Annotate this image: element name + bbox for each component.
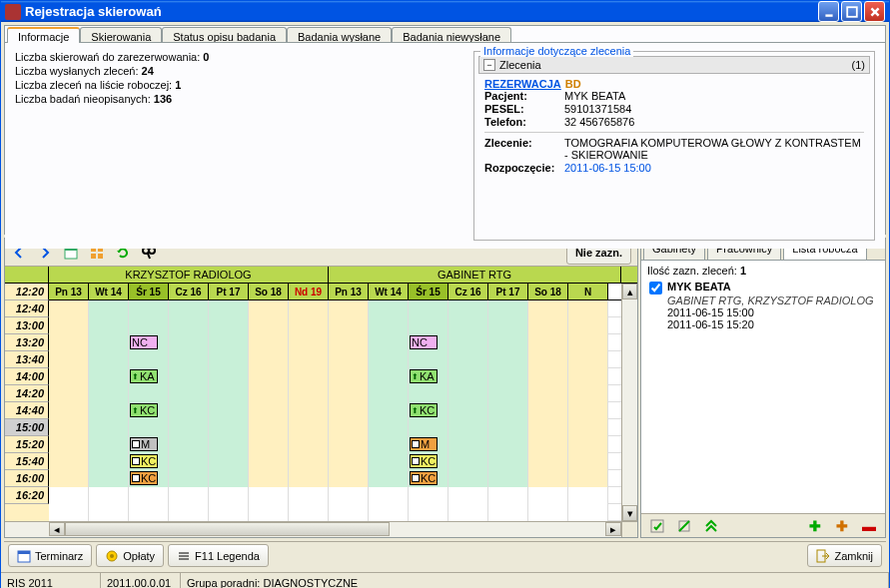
schedule-cell[interactable]: [369, 419, 409, 436]
schedule-cell[interactable]: [249, 419, 289, 436]
schedule-cell[interactable]: [129, 385, 169, 402]
schedule-cell[interactable]: [169, 334, 209, 351]
zlecenie-header[interactable]: − Zlecenia (1): [478, 56, 870, 74]
day-header[interactable]: Pn 13: [329, 284, 369, 299]
schedule-cell[interactable]: [488, 504, 528, 521]
day-header[interactable]: Cz 16: [169, 284, 209, 299]
schedule-cell[interactable]: [289, 368, 329, 385]
schedule-cell[interactable]: [249, 436, 289, 453]
schedule-cell[interactable]: ⬆KC: [409, 402, 448, 419]
schedule-cell[interactable]: [448, 334, 488, 351]
schedule-cell[interactable]: [329, 470, 369, 487]
schedule-cell[interactable]: [409, 385, 448, 402]
schedule-cell[interactable]: [488, 351, 528, 368]
day-header[interactable]: Pt 17: [209, 284, 249, 299]
day-header[interactable]: Śr 15: [409, 284, 448, 299]
schedule-cell[interactable]: KC: [129, 453, 169, 470]
schedule-cell[interactable]: [49, 368, 89, 385]
schedule-cell[interactable]: [289, 300, 329, 317]
schedule-cell[interactable]: [89, 419, 129, 436]
schedule-cell[interactable]: [488, 368, 528, 385]
schedule-cell[interactable]: [209, 504, 249, 521]
schedule-cell[interactable]: [169, 300, 209, 317]
schedule-cell[interactable]: [49, 351, 89, 368]
schedule-cell[interactable]: [568, 351, 608, 368]
schedule-cell[interactable]: [448, 385, 488, 402]
schedule-cell[interactable]: [369, 436, 409, 453]
schedule-cell[interactable]: [89, 317, 129, 334]
day-header[interactable]: Nd 19: [289, 284, 329, 299]
rezerwacja-link[interactable]: REZERWACJA: [484, 78, 561, 90]
schedule-cell[interactable]: [369, 487, 409, 504]
schedule-cell[interactable]: [528, 470, 568, 487]
schedule-cell[interactable]: [169, 385, 209, 402]
schedule-cell[interactable]: [409, 419, 448, 436]
schedule-cell[interactable]: NC: [409, 334, 448, 351]
schedule-cell[interactable]: [169, 351, 209, 368]
schedule-cell[interactable]: [448, 300, 488, 317]
schedule-cell[interactable]: [169, 317, 209, 334]
appointment[interactable]: ⬆KA: [410, 369, 438, 383]
scroll-up-button[interactable]: ▴: [622, 284, 637, 299]
schedule-cell[interactable]: [448, 368, 488, 385]
schedule-cell[interactable]: [89, 436, 129, 453]
tab-status-opisu[interactable]: Status opisu badania: [162, 27, 287, 43]
day-header[interactable]: Pn 13: [49, 284, 89, 299]
schedule-cell[interactable]: [89, 504, 129, 521]
schedule-cell[interactable]: [568, 385, 608, 402]
day-header[interactable]: Wt 14: [89, 284, 129, 299]
schedule-cell[interactable]: [289, 351, 329, 368]
schedule-cell[interactable]: [568, 436, 608, 453]
horizontal-scrollbar[interactable]: ◂ ▸: [5, 521, 637, 537]
schedule-cell[interactable]: [209, 436, 249, 453]
schedule-cell[interactable]: [488, 402, 528, 419]
schedule-cell[interactable]: [369, 351, 409, 368]
appointment[interactable]: KC: [410, 471, 438, 485]
appointment[interactable]: M: [410, 437, 438, 451]
collapse-icon[interactable]: −: [483, 59, 495, 71]
schedule-cell[interactable]: [329, 436, 369, 453]
schedule-cell[interactable]: [329, 402, 369, 419]
schedule-cell[interactable]: [528, 351, 568, 368]
remove-button[interactable]: ▬: [857, 514, 881, 538]
schedule-cell[interactable]: [289, 470, 329, 487]
scroll-right-button[interactable]: ▸: [605, 522, 621, 536]
schedule-cell[interactable]: [369, 334, 409, 351]
schedule-cell[interactable]: [89, 300, 129, 317]
schedule-cell[interactable]: [129, 351, 169, 368]
schedule-cell[interactable]: [209, 334, 249, 351]
schedule-cell[interactable]: ⬆KC: [129, 402, 169, 419]
schedule-cell[interactable]: [488, 385, 528, 402]
worklist-checkbox[interactable]: [649, 282, 662, 294]
schedule-cell[interactable]: [369, 504, 409, 521]
appointment[interactable]: ⬆KC: [130, 403, 158, 417]
schedule-cell[interactable]: [448, 504, 488, 521]
schedule-cell[interactable]: [448, 436, 488, 453]
schedule-cell[interactable]: NC: [129, 334, 169, 351]
schedule-cell[interactable]: [49, 385, 89, 402]
schedule-cell[interactable]: [329, 385, 369, 402]
schedule-cell[interactable]: [329, 453, 369, 470]
minimize-button[interactable]: [818, 1, 839, 22]
schedule-cell[interactable]: [369, 402, 409, 419]
schedule-cell[interactable]: [249, 317, 289, 334]
schedule-cell[interactable]: [249, 351, 289, 368]
schedule-cell[interactable]: [409, 487, 448, 504]
schedule-cell[interactable]: [409, 351, 448, 368]
schedule-cell[interactable]: [169, 504, 209, 521]
worklist-action3-button[interactable]: [699, 514, 723, 538]
schedule-cell[interactable]: [209, 317, 249, 334]
schedule-cell[interactable]: [528, 385, 568, 402]
schedule-cell[interactable]: [89, 470, 129, 487]
schedule-cell[interactable]: [49, 419, 89, 436]
schedule-cell[interactable]: [89, 351, 129, 368]
appointment[interactable]: KC: [130, 454, 158, 468]
schedule-cell[interactable]: [169, 402, 209, 419]
schedule-cell[interactable]: [528, 317, 568, 334]
schedule-cell[interactable]: [209, 487, 249, 504]
schedule-cell[interactable]: [249, 368, 289, 385]
schedule-cell[interactable]: [129, 317, 169, 334]
tab-badania-niewyslane[interactable]: Badania niewysłane: [392, 27, 511, 43]
appointment[interactable]: ⬆KC: [410, 403, 438, 417]
schedule-cell[interactable]: [49, 317, 89, 334]
